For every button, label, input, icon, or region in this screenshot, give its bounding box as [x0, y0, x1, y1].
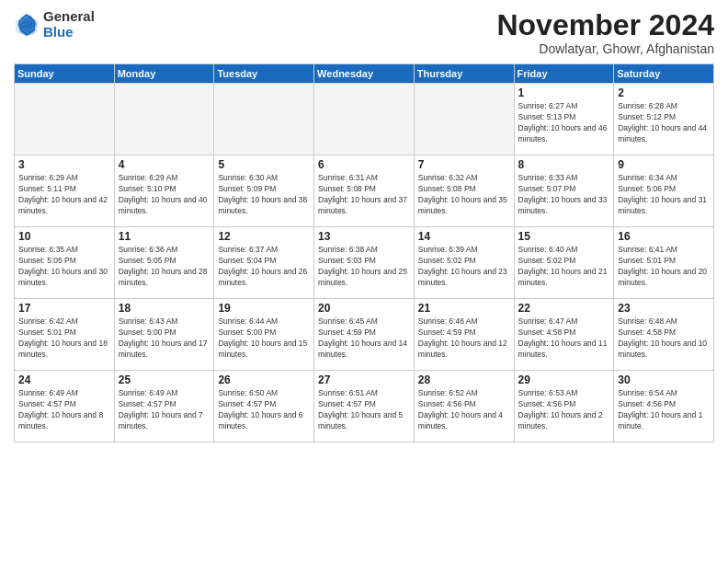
day-info: Sunrise: 6:41 AM Sunset: 5:01 PM Dayligh… [618, 245, 710, 289]
day-number: 21 [418, 302, 510, 315]
calendar-cell: 1Sunrise: 6:27 AM Sunset: 5:13 PM Daylig… [514, 84, 614, 155]
day-number: 16 [618, 230, 710, 243]
day-info: Sunrise: 6:54 AM Sunset: 4:56 PM Dayligh… [618, 388, 710, 432]
calendar-cell: 15Sunrise: 6:40 AM Sunset: 5:02 PM Dayli… [514, 227, 614, 299]
weekday-header: Saturday [614, 64, 714, 84]
day-info: Sunrise: 6:47 AM Sunset: 4:58 PM Dayligh… [518, 316, 610, 361]
calendar-cell: 4Sunrise: 6:29 AM Sunset: 5:10 PM Daylig… [114, 155, 214, 227]
day-number: 7 [418, 158, 510, 171]
day-info: Sunrise: 6:48 AM Sunset: 4:58 PM Dayligh… [618, 316, 710, 361]
logo-general: General [43, 9, 95, 25]
calendar-cell: 18Sunrise: 6:43 AM Sunset: 5:00 PM Dayli… [114, 299, 214, 371]
day-info: Sunrise: 6:44 AM Sunset: 5:00 PM Dayligh… [218, 316, 310, 361]
calendar-cell: 19Sunrise: 6:44 AM Sunset: 5:00 PM Dayli… [214, 299, 314, 371]
calendar-cell: 29Sunrise: 6:53 AM Sunset: 4:56 PM Dayli… [514, 371, 614, 442]
day-number: 6 [318, 158, 410, 171]
calendar-cell: 2Sunrise: 6:28 AM Sunset: 5:12 PM Daylig… [614, 84, 714, 155]
calendar-cell [414, 84, 514, 155]
day-number: 26 [218, 373, 310, 386]
day-number: 12 [218, 230, 310, 243]
day-info: Sunrise: 6:49 AM Sunset: 4:57 PM Dayligh… [18, 388, 110, 432]
weekday-header: Sunday [15, 64, 115, 84]
day-number: 23 [618, 302, 710, 315]
day-info: Sunrise: 6:27 AM Sunset: 5:13 PM Dayligh… [518, 101, 610, 145]
day-info: Sunrise: 6:38 AM Sunset: 5:03 PM Dayligh… [318, 245, 410, 289]
calendar-cell: 25Sunrise: 6:49 AM Sunset: 4:57 PM Dayli… [114, 371, 214, 442]
day-info: Sunrise: 6:30 AM Sunset: 5:09 PM Dayligh… [218, 173, 310, 217]
day-number: 8 [518, 158, 610, 171]
day-info: Sunrise: 6:36 AM Sunset: 5:05 PM Dayligh… [119, 245, 210, 289]
day-number: 22 [518, 302, 610, 315]
day-info: Sunrise: 6:34 AM Sunset: 5:06 PM Dayligh… [618, 173, 710, 217]
calendar-cell: 6Sunrise: 6:31 AM Sunset: 5:08 PM Daylig… [314, 155, 415, 227]
week-row: 24Sunrise: 6:49 AM Sunset: 4:57 PM Dayli… [15, 371, 714, 442]
calendar-cell: 13Sunrise: 6:38 AM Sunset: 5:03 PM Dayli… [314, 227, 415, 299]
month-title: November 2024 [496, 9, 714, 41]
calendar-cell: 7Sunrise: 6:32 AM Sunset: 5:08 PM Daylig… [414, 155, 514, 227]
calendar-cell [214, 84, 314, 155]
day-info: Sunrise: 6:43 AM Sunset: 5:00 PM Dayligh… [119, 316, 210, 361]
day-number: 29 [518, 373, 610, 386]
day-info: Sunrise: 6:37 AM Sunset: 5:04 PM Dayligh… [218, 245, 310, 289]
day-number: 2 [618, 86, 710, 99]
day-number: 5 [218, 158, 310, 171]
day-info: Sunrise: 6:45 AM Sunset: 4:59 PM Dayligh… [318, 316, 410, 361]
day-number: 18 [119, 302, 210, 315]
calendar-cell: 10Sunrise: 6:35 AM Sunset: 5:05 PM Dayli… [15, 227, 115, 299]
day-number: 15 [518, 230, 610, 243]
day-info: Sunrise: 6:46 AM Sunset: 4:59 PM Dayligh… [418, 316, 510, 361]
logo: GB General Blue [14, 9, 95, 40]
logo-text: General Blue [43, 9, 95, 40]
calendar-cell: 27Sunrise: 6:51 AM Sunset: 4:57 PM Dayli… [314, 371, 415, 442]
weekday-header: Thursday [414, 64, 514, 84]
day-number: 28 [418, 373, 510, 386]
calendar-cell: 14Sunrise: 6:39 AM Sunset: 5:02 PM Dayli… [414, 227, 514, 299]
day-number: 10 [18, 230, 110, 243]
calendar-cell: 9Sunrise: 6:34 AM Sunset: 5:06 PM Daylig… [614, 155, 714, 227]
calendar-cell: 5Sunrise: 6:30 AM Sunset: 5:09 PM Daylig… [214, 155, 314, 227]
calendar-cell: 28Sunrise: 6:52 AM Sunset: 4:56 PM Dayli… [414, 371, 514, 442]
calendar-cell [314, 84, 415, 155]
weekday-header-row: SundayMondayTuesdayWednesdayThursdayFrid… [15, 64, 714, 84]
week-row: 17Sunrise: 6:42 AM Sunset: 5:01 PM Dayli… [15, 299, 714, 371]
day-info: Sunrise: 6:51 AM Sunset: 4:57 PM Dayligh… [318, 388, 410, 432]
day-info: Sunrise: 6:35 AM Sunset: 5:05 PM Dayligh… [18, 245, 110, 289]
calendar-cell: 22Sunrise: 6:47 AM Sunset: 4:58 PM Dayli… [514, 299, 614, 371]
day-info: Sunrise: 6:49 AM Sunset: 4:57 PM Dayligh… [119, 388, 210, 432]
calendar-cell: 8Sunrise: 6:33 AM Sunset: 5:07 PM Daylig… [514, 155, 614, 227]
title-block: November 2024 Dowlatyar, Ghowr, Afghanis… [496, 9, 714, 56]
page: GB General Blue November 2024 Dowlatyar,… [0, 0, 728, 563]
calendar-cell: 16Sunrise: 6:41 AM Sunset: 5:01 PM Dayli… [614, 227, 714, 299]
week-row: 3Sunrise: 6:29 AM Sunset: 5:11 PM Daylig… [15, 155, 714, 227]
day-info: Sunrise: 6:40 AM Sunset: 5:02 PM Dayligh… [518, 245, 610, 289]
calendar-cell: 11Sunrise: 6:36 AM Sunset: 5:05 PM Dayli… [114, 227, 214, 299]
calendar-cell: 20Sunrise: 6:45 AM Sunset: 4:59 PM Dayli… [314, 299, 415, 371]
day-number: 1 [518, 86, 610, 99]
day-info: Sunrise: 6:29 AM Sunset: 5:11 PM Dayligh… [18, 173, 110, 217]
weekday-header: Tuesday [214, 64, 314, 84]
day-number: 20 [318, 302, 410, 315]
calendar-cell: 21Sunrise: 6:46 AM Sunset: 4:59 PM Dayli… [414, 299, 514, 371]
location: Dowlatyar, Ghowr, Afghanistan [496, 41, 714, 56]
week-row: 10Sunrise: 6:35 AM Sunset: 5:05 PM Dayli… [15, 227, 714, 299]
calendar-cell [15, 84, 115, 155]
svg-text:GB: GB [20, 20, 33, 29]
day-info: Sunrise: 6:39 AM Sunset: 5:02 PM Dayligh… [418, 245, 510, 289]
day-number: 24 [18, 373, 110, 386]
day-number: 3 [18, 158, 110, 171]
day-number: 19 [218, 302, 310, 315]
logo-icon: GB [14, 12, 40, 38]
calendar: SundayMondayTuesdayWednesdayThursdayFrid… [14, 63, 714, 442]
day-number: 27 [318, 373, 410, 386]
day-info: Sunrise: 6:52 AM Sunset: 4:56 PM Dayligh… [418, 388, 510, 432]
header: GB General Blue November 2024 Dowlatyar,… [14, 9, 714, 56]
day-info: Sunrise: 6:28 AM Sunset: 5:12 PM Dayligh… [618, 101, 710, 145]
day-number: 13 [318, 230, 410, 243]
day-info: Sunrise: 6:33 AM Sunset: 5:07 PM Dayligh… [518, 173, 610, 217]
day-number: 14 [418, 230, 510, 243]
calendar-cell: 24Sunrise: 6:49 AM Sunset: 4:57 PM Dayli… [15, 371, 115, 442]
calendar-cell: 23Sunrise: 6:48 AM Sunset: 4:58 PM Dayli… [614, 299, 714, 371]
day-info: Sunrise: 6:50 AM Sunset: 4:57 PM Dayligh… [218, 388, 310, 432]
day-number: 30 [618, 373, 710, 386]
calendar-cell: 12Sunrise: 6:37 AM Sunset: 5:04 PM Dayli… [214, 227, 314, 299]
